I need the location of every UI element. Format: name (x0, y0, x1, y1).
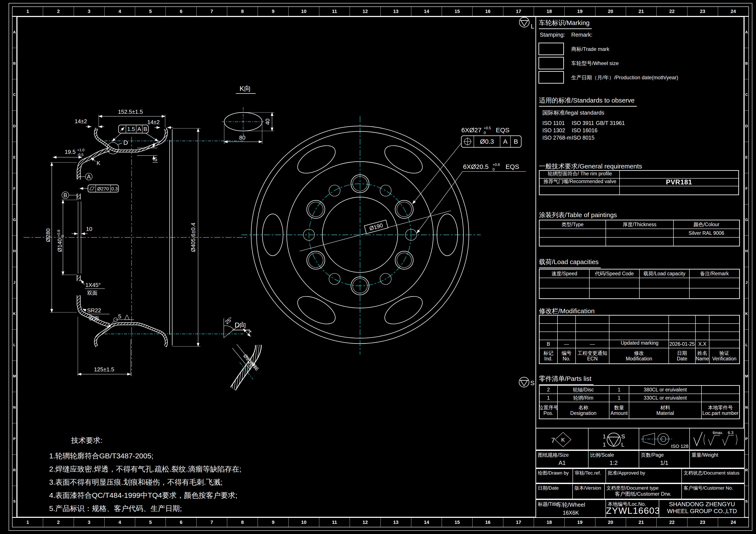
dim-280: Ø280 (45, 228, 51, 242)
dim-10: 10 (86, 226, 92, 232)
dim-14-left: 14±2 (75, 118, 87, 124)
tech-requirement-item: 1.轮辋轮廓符合GB/T3487-2005; (49, 449, 241, 463)
titleblock-title-row: 标题/Title 车轮/Wheel 16X6K 本地编号/Loc.No. ZYW… (535, 499, 744, 518)
k-view: K向 40 80 (222, 85, 274, 144)
bolt-callout: 6XØ27 (461, 126, 481, 134)
position-fcf: Ø0.3 A B (461, 136, 521, 147)
position-datum-a: A (503, 138, 507, 145)
flat-tol: 0.3 (111, 186, 118, 191)
remark-label: Remark: (571, 32, 592, 38)
page-value: 1/1 (639, 460, 689, 466)
loc-no-cell: 本地编号/Loc.No. ZYWL16603 (606, 500, 659, 518)
part-pos: 1 (539, 394, 557, 402)
mod-cell (609, 315, 669, 323)
tech-requirements-title: 技术要求: (71, 436, 102, 445)
dim-195: 19.5 (65, 149, 76, 155)
title-cell: 标题/Title 车轮/Wheel 16X6K (536, 500, 606, 518)
d-view: D向 25° 4 Ø9.2 +0.5 0 Ø16 (221, 316, 273, 393)
paintings-cell (606, 237, 673, 246)
valve-label: 推荐气门嘴/Recommended valve (539, 178, 620, 186)
standard-item: ISO 8015 (572, 134, 598, 141)
position-datum-b: B (514, 138, 518, 145)
k-view-title: K向 (239, 85, 251, 92)
dim-14-right: 14±2 (147, 119, 160, 125)
size-label: 图纸规格/Size (538, 452, 569, 458)
mod-cell (557, 315, 576, 323)
parts-list-title: 零件清单/Parts list (539, 374, 593, 385)
mod-cell (576, 323, 609, 332)
chamfer-both-sides: 双面 (87, 290, 97, 296)
s-symbol-label: S (530, 379, 535, 387)
tech-requirement-item: 2.焊缝应致密.焊透，不得有气孔.疏松.裂纹.滴瘤等缺陷存在; (49, 463, 241, 476)
mod-cell (709, 323, 740, 332)
part-designation: 轮辐/Disc (557, 386, 609, 394)
mod-header-name: 姓名Name (695, 348, 709, 364)
part-material: 330CL or eruivalent (629, 394, 701, 402)
paintings-header-thickness: 厚度/Thickness (606, 220, 673, 229)
company-name-1: SHANDONG ZHENGYU (659, 501, 745, 508)
part-amount: 1 (609, 386, 629, 394)
mod-row-ind: B (539, 340, 557, 348)
rim-profile-value (620, 171, 739, 178)
mod-cell (669, 323, 695, 332)
paintings-cell (539, 237, 606, 246)
front-view: Ø190 6XØ27 +0.5 0 EQS Ø0.3 A B 6XØ20.5 +… (241, 116, 526, 354)
version-cell: 版本/Version (573, 484, 605, 499)
position-tol: Ø0.3 (480, 138, 494, 145)
stamping-box-3 (538, 71, 564, 84)
company-cell: SHANDONG ZHENGYU WHEEL GROUP CO.,LTD (659, 500, 745, 518)
mod-cell (669, 315, 695, 323)
loads-table: 速度/Speed 代码/Speed Code 载荷/Load capacity … (539, 269, 740, 299)
marking-item-wheelsize: 车轮型号/Wheel size (571, 60, 619, 67)
paintings-header-type: 类型/Type (539, 220, 606, 229)
roughness-value: 6.3 (728, 430, 733, 435)
page-cell: 页数/Page 1/1 (639, 451, 689, 468)
iso-128-label: ISO 128 (671, 444, 688, 449)
mod-row-no: — (557, 340, 576, 348)
proj-1b: 1 (603, 441, 606, 448)
mod-cell (576, 332, 609, 340)
modification-table: B — — Updated marking 2026-01-25 X.X 标记I… (539, 315, 740, 364)
mod-header-modification: 修改Modification (609, 348, 669, 364)
cad-drawing-sheet: 123456789101112131415161718192021222324 … (0, 0, 756, 534)
marking-item-proddate: 生产日期（月/年）/Production date(moth/year) (571, 74, 678, 81)
company-name-2: WHEEL GROUP CO.,LTD (659, 508, 745, 515)
approved-by-label: 批准/Approved by (608, 470, 645, 476)
roughness-cell: 6max. 6.3 (689, 428, 745, 450)
mod-cell (539, 332, 557, 340)
customer-no-cell: 客户编号/Customer No. (682, 484, 745, 499)
marking-title: 车轮标识/Marking (539, 18, 592, 29)
k-direction-label: K (96, 160, 100, 166)
flat-dia: Ø270 (97, 186, 109, 191)
mod-cell (557, 323, 576, 332)
loads-header-code: 代码/Speed Code (589, 269, 639, 278)
loc-no-value: ZYWL16603 (606, 506, 659, 516)
mod-header-verification: 验证Verification (709, 348, 740, 364)
tech-requirements-list: 1.轮辋轮廓符合GB/T3487-2005;2.焊缝应致密.焊透，不得有气孔.疏… (49, 449, 241, 515)
titleblock-date-row: 日期/Date 版本/Version 文档类型/Document type 客户… (535, 483, 744, 499)
bolt-callout-eqs: EQS (496, 126, 509, 134)
scale-value: 1:2 (588, 460, 639, 466)
loads-cell (689, 288, 740, 298)
tec-ref-label: 审核/Tec.ref. (575, 470, 601, 476)
tec-ref-cell: 审核/Tec.ref. (573, 469, 606, 483)
paintings-cell (673, 237, 740, 246)
loads-cell (539, 288, 589, 298)
rim-profile-label: 轮辋型面符合/ The rim profile (539, 171, 620, 178)
parts-header-material: 材料Material (629, 402, 701, 419)
sr22-label: SR22 (87, 307, 101, 314)
mod-cell (695, 332, 709, 340)
paintings-cell (606, 229, 673, 237)
loads-header-capacity: 载荷/Load capacity (639, 269, 689, 278)
weight-cell: 重量/Weight (689, 451, 745, 468)
drawn-by-cell: 绘图/Drawn by (536, 469, 573, 483)
tech-requirement-item: 5.产品标识：规格、客户代码、生产日期; (49, 502, 241, 515)
mod-cell (709, 332, 740, 340)
mod-cell (609, 323, 669, 332)
size-cell: 图纸规格/Size A1 (536, 451, 588, 468)
bolt-callout-sub: 0 (484, 131, 486, 135)
mod-row-name: X.X (695, 340, 709, 348)
tolerance-grade-cell: 7 K (536, 428, 588, 450)
general-requirements-table: 轮辋型面符合/ The rim profile 推荐气门嘴/Recommende… (539, 170, 739, 195)
proj-l: L (621, 441, 624, 448)
